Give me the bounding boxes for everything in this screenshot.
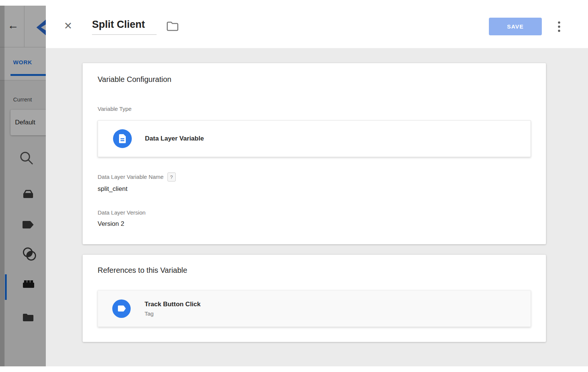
bottom-strip bbox=[0, 366, 588, 372]
variable-type-label: Variable Type bbox=[98, 105, 531, 113]
reference-subtitle: Tag bbox=[145, 310, 201, 317]
reference-title: Track Button Click bbox=[145, 300, 201, 308]
card-heading: References to this Variable bbox=[98, 255, 531, 275]
close-icon[interactable]: ✕ bbox=[64, 20, 72, 32]
variable-type-name: Data Layer Variable bbox=[145, 135, 204, 142]
data-layer-variable-icon bbox=[113, 129, 132, 148]
editor-header: ✕ Split Client SAVE bbox=[46, 0, 588, 48]
tag-icon bbox=[112, 299, 131, 318]
variable-configuration-card: Variable Configuration Variable Type Dat… bbox=[83, 63, 546, 244]
help-icon[interactable]: ? bbox=[167, 172, 176, 181]
editor-content: Variable Configuration Variable Type Dat… bbox=[46, 48, 588, 366]
data-layer-version-label: Data Layer Version bbox=[98, 209, 531, 216]
save-button[interactable]: SAVE bbox=[489, 18, 542, 35]
variable-title: Split Client bbox=[92, 19, 145, 30]
app-window: ← WORK Current Default bbox=[0, 0, 588, 372]
more-options-icon[interactable] bbox=[558, 21, 560, 32]
data-layer-variable-name-label: Data Layer Variable Name bbox=[98, 173, 164, 181]
data-layer-version-value: Version 2 bbox=[98, 220, 531, 228]
card-heading: Variable Configuration bbox=[98, 63, 531, 84]
folder-icon[interactable] bbox=[166, 21, 179, 32]
variable-title-field[interactable]: Split Client bbox=[92, 19, 157, 35]
variable-editor-panel: ✕ Split Client SAVE Variable Configurati… bbox=[46, 0, 588, 366]
data-layer-variable-name-value: split_client bbox=[98, 185, 531, 193]
reference-text: Track Button Click Tag bbox=[145, 300, 201, 317]
references-card: References to this Variable Track Button… bbox=[83, 255, 546, 342]
variable-type-row[interactable]: Data Layer Variable bbox=[98, 120, 531, 157]
reference-row[interactable]: Track Button Click Tag bbox=[98, 290, 531, 327]
